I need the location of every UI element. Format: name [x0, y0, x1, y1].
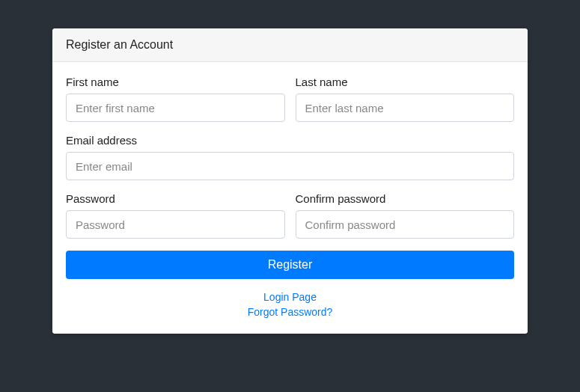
password-group: Password	[66, 192, 285, 239]
page-title: Register an Account	[66, 38, 173, 51]
first-name-input[interactable]	[66, 94, 285, 122]
password-label: Password	[66, 192, 285, 205]
last-name-label: Last name	[296, 76, 515, 88]
name-row: First name Last name	[66, 76, 514, 122]
last-name-input[interactable]	[296, 94, 515, 122]
card-header: Register an Account	[52, 28, 528, 62]
forgot-password-link[interactable]: Forgot Password?	[66, 304, 514, 319]
first-name-label: First name	[66, 76, 285, 88]
footer-links: Login Page Forgot Password?	[66, 290, 514, 320]
last-name-group: Last name	[296, 76, 515, 122]
card-body: First name Last name Email address Passw…	[52, 62, 528, 334]
register-card: Register an Account First name Last name…	[52, 28, 528, 334]
login-link[interactable]: Login Page	[66, 290, 514, 304]
email-label: Email address	[66, 134, 514, 147]
register-button[interactable]: Register	[66, 251, 514, 279]
confirm-password-group: Confirm password	[296, 192, 515, 239]
password-input[interactable]	[66, 210, 285, 239]
confirm-password-label: Confirm password	[296, 192, 515, 205]
first-name-group: First name	[66, 76, 285, 122]
email-input[interactable]	[66, 152, 514, 180]
email-group: Email address	[66, 134, 514, 180]
confirm-password-input[interactable]	[296, 210, 515, 239]
password-row: Password Confirm password	[66, 192, 514, 239]
